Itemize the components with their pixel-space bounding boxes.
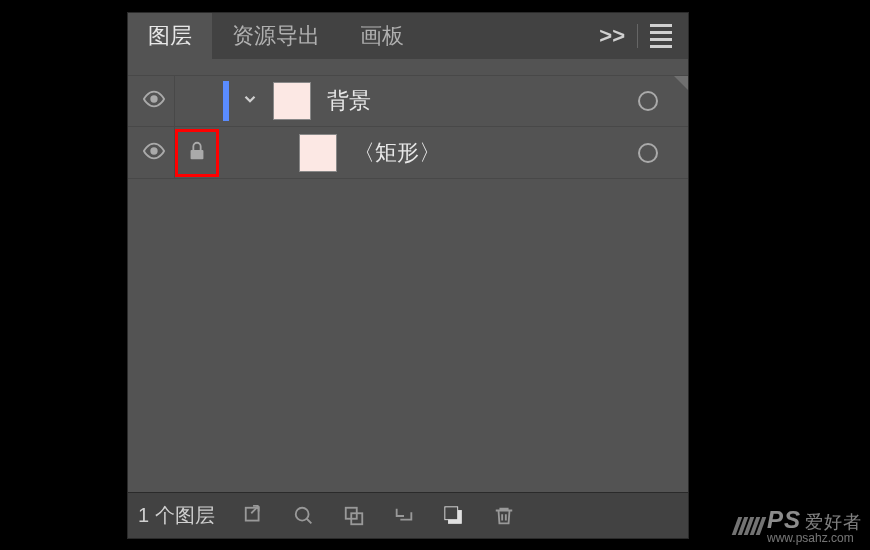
tabs-controls: >> xyxy=(599,23,688,49)
visibility-toggle[interactable] xyxy=(138,88,170,114)
watermark-text: 爱好者 xyxy=(805,513,862,531)
svg-line-5 xyxy=(306,518,311,523)
layer-name[interactable]: 背景 xyxy=(327,86,371,116)
layer-thumbnail[interactable] xyxy=(273,82,311,120)
search-icon[interactable] xyxy=(293,505,315,527)
layer-thumbnail[interactable] xyxy=(299,134,337,172)
corner-fold-icon xyxy=(674,76,688,90)
chevron-down-icon[interactable] xyxy=(241,90,259,112)
expand-icon[interactable]: >> xyxy=(599,23,625,49)
watermark-brand: PS xyxy=(767,508,801,532)
lock-icon[interactable] xyxy=(186,140,208,166)
layer-row-rectangle[interactable]: 〈矩形〉 xyxy=(128,127,688,179)
layers-panel: 图层 资源导出 画板 >> 背景 xyxy=(127,12,689,539)
tab-layers[interactable]: 图层 xyxy=(128,13,212,59)
watermark-bars-icon xyxy=(732,517,767,535)
tab-artboard[interactable]: 画板 xyxy=(340,13,424,59)
eye-icon xyxy=(143,88,165,114)
menu-icon[interactable] xyxy=(650,24,672,48)
layer-row-background[interactable]: 背景 xyxy=(128,75,688,127)
target-icon[interactable] xyxy=(638,91,658,111)
export-icon[interactable] xyxy=(243,505,265,527)
selection-indicator xyxy=(223,81,229,121)
layer-count: 1 个图层 xyxy=(138,502,215,529)
target-icon[interactable] xyxy=(638,143,658,163)
svg-rect-2 xyxy=(191,150,204,159)
panel-footer: 1 个图层 xyxy=(128,492,688,538)
lock-highlight xyxy=(175,129,219,177)
svg-point-0 xyxy=(151,96,157,102)
eye-icon xyxy=(143,140,165,166)
divider xyxy=(637,24,638,48)
tab-export[interactable]: 资源导出 xyxy=(212,13,340,59)
clip-mask-icon[interactable] xyxy=(393,505,415,527)
layer-list: 背景 〈矩形〉 xyxy=(128,59,688,179)
svg-rect-3 xyxy=(245,507,258,520)
watermark: PS 爱好者 www.psahz.com xyxy=(735,508,862,544)
svg-point-4 xyxy=(295,507,308,520)
new-layer-icon[interactable] xyxy=(443,505,465,527)
svg-point-1 xyxy=(151,148,157,154)
visibility-toggle[interactable] xyxy=(138,140,170,166)
watermark-url: www.psahz.com xyxy=(767,532,854,544)
layer-name[interactable]: 〈矩形〉 xyxy=(353,138,441,168)
panel-tabs: 图层 资源导出 画板 >> xyxy=(128,13,688,59)
delete-icon[interactable] xyxy=(493,505,515,527)
svg-rect-9 xyxy=(445,506,458,519)
column-separator xyxy=(174,75,175,127)
new-sublayer-icon[interactable] xyxy=(343,505,365,527)
